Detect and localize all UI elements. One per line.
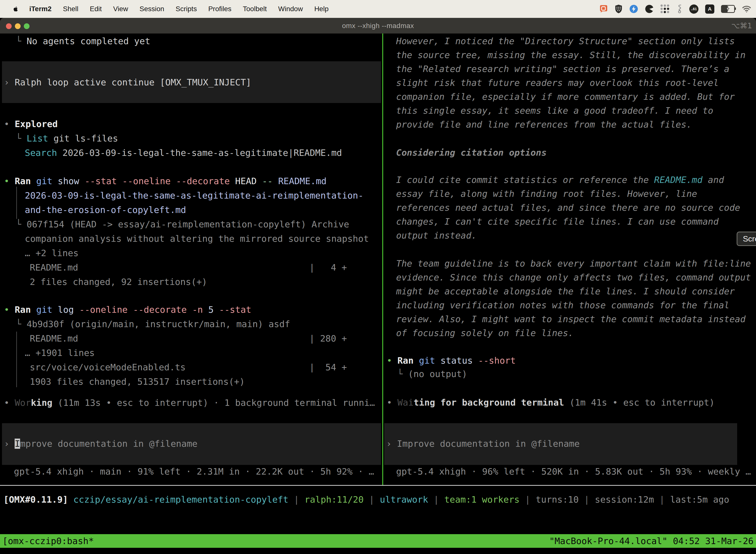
terminal-text: └ bbox=[16, 36, 26, 46]
terminal-text: king bbox=[31, 398, 52, 408]
terminal-text: HEAD bbox=[235, 176, 262, 186]
terminal-text: Ran bbox=[397, 355, 419, 366]
terminal-text: Explored bbox=[15, 119, 58, 129]
terminal-text: Wai bbox=[397, 397, 414, 407]
terminal-text: • bbox=[387, 397, 397, 407]
terminal-line: Considering citation options bbox=[396, 146, 547, 160]
terminal-text: • bbox=[4, 176, 15, 186]
terminal-text: provide file and line references from th… bbox=[396, 119, 692, 129]
terminal-text: › bbox=[386, 439, 397, 449]
terminal-text: README.md | 4 + bbox=[30, 262, 347, 273]
terminal-text: Ran bbox=[15, 176, 36, 186]
terminal-text: README.md bbox=[278, 176, 326, 186]
tree-guide-line bbox=[16, 332, 17, 387]
status-separator bbox=[0, 485, 756, 486]
terminal-text: ultrawork bbox=[380, 494, 428, 505]
terminal-line: › Improve documentation in @filename bbox=[4, 437, 197, 451]
terminal-text: the "Related research writing" section i… bbox=[396, 64, 730, 74]
terminal-text: (no output) bbox=[408, 369, 467, 379]
terminal-text: output instead. bbox=[396, 230, 477, 240]
terminal-text: | bbox=[520, 494, 536, 505]
terminal-text: src/voice/voiceModeEnabled.ts | 54 + bbox=[30, 362, 347, 372]
terminal-line: • Ran git status --short bbox=[387, 354, 516, 368]
terminal-text: 4b9d30f (origin/main, instructkr/main, m… bbox=[26, 319, 290, 329]
tmux-status-bar: [omx-cczip0:bash* "MacBook-Pro-44.local"… bbox=[0, 534, 756, 548]
screen-share-label: Scre bbox=[743, 234, 756, 243]
terminal-text: this single essay, it seems like a good … bbox=[396, 106, 713, 116]
terminal-text: slight risk that future readers may over… bbox=[396, 78, 718, 88]
terminal-text: The team guideline is to back every impo… bbox=[396, 258, 751, 269]
terminal-text: review. Also, I might want to inspect th… bbox=[396, 314, 746, 324]
terminal-text: I could cite commit statistics or refere… bbox=[396, 175, 654, 185]
terminal-text: • bbox=[4, 119, 15, 129]
screen-share-overlay[interactable]: Scre bbox=[737, 232, 756, 246]
terminal-text: show bbox=[58, 176, 84, 186]
terminal-text: | bbox=[654, 494, 670, 505]
terminal-text: … +1901 lines bbox=[25, 348, 95, 358]
terminal-text: No agents completed yet bbox=[26, 36, 150, 46]
terminal-text: List bbox=[26, 133, 48, 144]
terminal-line: … +1901 lines bbox=[25, 346, 95, 360]
terminal-text: └ bbox=[397, 369, 408, 379]
terminal-line: └ 067f154 (HEAD -> essay/ai-reimplementa… bbox=[16, 217, 349, 231]
terminal-line: this single essay, it seems like a good … bbox=[396, 104, 713, 118]
terminal-text: Considering citation options bbox=[396, 148, 547, 158]
terminal-text: 067f154 (HEAD -> essay/ai-reimplementati… bbox=[26, 219, 349, 229]
terminal-text: references need actual files, and since … bbox=[396, 203, 740, 213]
terminal-text: … +2 lines bbox=[25, 248, 79, 258]
terminal-line: of focusing solely on file lines. bbox=[396, 326, 573, 340]
terminal-line: • Working (11m 13s • esc to interrupt) ·… bbox=[4, 396, 375, 410]
terminal-text: • bbox=[4, 398, 15, 408]
terminal-content: └ No agents completed yet› Ralph loop ac… bbox=[0, 0, 756, 554]
terminal-line: Search 2026-03-09-is-legal-the-same-as-l… bbox=[25, 146, 342, 160]
terminal-text: ting for background terminal bbox=[414, 397, 564, 407]
terminal-line: › Ralph loop active continue [OMX_TMUX_I… bbox=[4, 75, 251, 89]
terminal-text: gpt-5.4 xhigh · 96% left · 520K in · 5.8… bbox=[396, 466, 751, 477]
terminal-text: team:1 workers bbox=[444, 494, 519, 505]
terminal-line: └ List git ls-files bbox=[16, 131, 118, 146]
terminal-line: 2026-03-09-is-legal-the-same-as-legitima… bbox=[25, 189, 363, 203]
terminal-line: The team guideline is to back every impo… bbox=[396, 257, 751, 271]
terminal-text: -- bbox=[262, 176, 278, 186]
terminal-text: Search bbox=[25, 148, 57, 158]
terminal-text: mprove documentation in @filename bbox=[20, 439, 197, 449]
terminal-text: of focusing solely on file lines. bbox=[396, 328, 573, 338]
terminal-line: gpt-5.4 xhigh · 96% left · 520K in · 5.8… bbox=[396, 465, 751, 479]
terminal-text: the source tree, missing the essay. Stil… bbox=[396, 50, 746, 60]
terminal-text: git bbox=[36, 176, 58, 186]
terminal-text: --stat bbox=[219, 304, 251, 315]
terminal-text: | bbox=[364, 494, 380, 505]
terminal-line: src/voice/voiceModeEnabled.ts | 54 + bbox=[30, 361, 347, 374]
terminal-line: provide file and line references from th… bbox=[396, 118, 692, 131]
terminal-line: • Waiting for background terminal (1m 41… bbox=[387, 396, 714, 409]
terminal-line: └ 4b9d30f (origin/main, instructkr/main,… bbox=[16, 317, 290, 331]
terminal-text bbox=[68, 494, 73, 505]
terminal-text: changes, I can't cite specific file line… bbox=[396, 216, 718, 227]
pane-divider[interactable] bbox=[382, 34, 383, 485]
terminal-line: • Ran git log --oneline --decorate -n 5 … bbox=[4, 303, 251, 317]
terminal-text: README.md bbox=[654, 175, 702, 185]
terminal-text: 2026-03-09-is-legal-the-same-as-legitima… bbox=[57, 148, 342, 158]
terminal-line: README.md | 4 + bbox=[30, 261, 347, 275]
terminal-line: … +2 lines bbox=[25, 246, 79, 260]
terminal-text: README.md | 280 + bbox=[30, 333, 347, 343]
terminal-line: might be acceptable alongside the file l… bbox=[396, 284, 735, 298]
terminal-line: gpt-5.4 xhigh · main · 91% left · 2.31M … bbox=[14, 465, 374, 479]
terminal-text: and-the-erosion-of-copyleft.md bbox=[25, 205, 186, 215]
terminal-text: gpt-5.4 xhigh · main · 91% left · 2.31M … bbox=[14, 466, 374, 477]
terminal-text: 2 files changed, 92 insertions(+) bbox=[30, 277, 207, 287]
terminal-line: README.md | 280 + bbox=[30, 332, 347, 345]
terminal-line: • Ran git show --stat --oneline --decora… bbox=[4, 174, 327, 188]
terminal-text: log bbox=[58, 304, 79, 315]
terminal-text: 1903 files changed, 513517 insertions(+) bbox=[30, 377, 245, 387]
terminal-text: | bbox=[579, 494, 595, 505]
terminal-line: and-the-erosion-of-copyleft.md bbox=[25, 203, 186, 217]
terminal-text: └ bbox=[16, 219, 26, 229]
terminal-text: evidence. Since this change only affects… bbox=[396, 272, 751, 282]
terminal-text: [OMX#0.11.9] bbox=[3, 494, 68, 505]
terminal-text: However, I noticed the "Directory Struct… bbox=[396, 36, 735, 46]
terminal-text: | bbox=[289, 494, 305, 505]
terminal-text: companion analysis without altering the … bbox=[25, 233, 369, 244]
terminal-line: I could cite commit statistics or refere… bbox=[396, 173, 724, 187]
terminal-text: essay file, along with finding root file… bbox=[396, 189, 697, 199]
